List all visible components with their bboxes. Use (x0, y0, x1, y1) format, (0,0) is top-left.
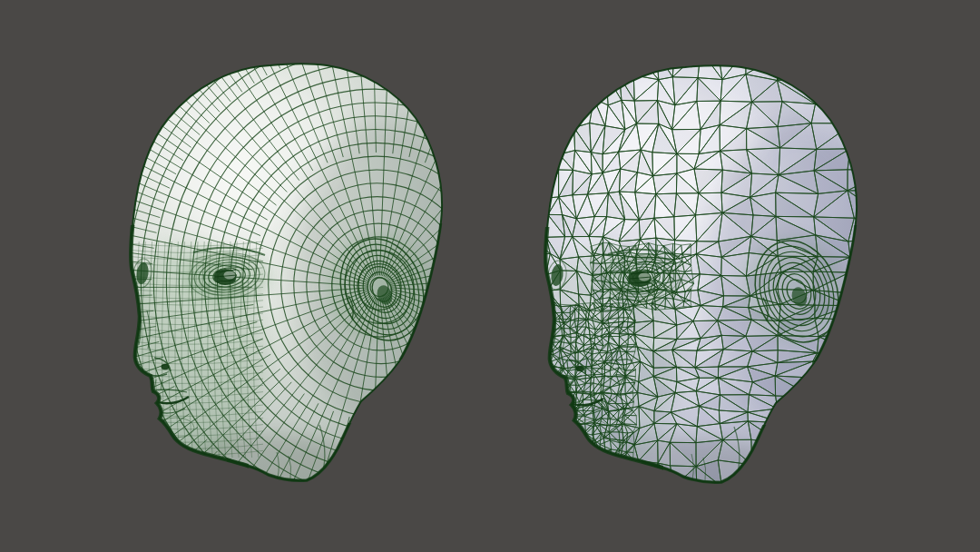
viewport-3d[interactable] (0, 0, 980, 552)
viewport (0, 0, 980, 552)
